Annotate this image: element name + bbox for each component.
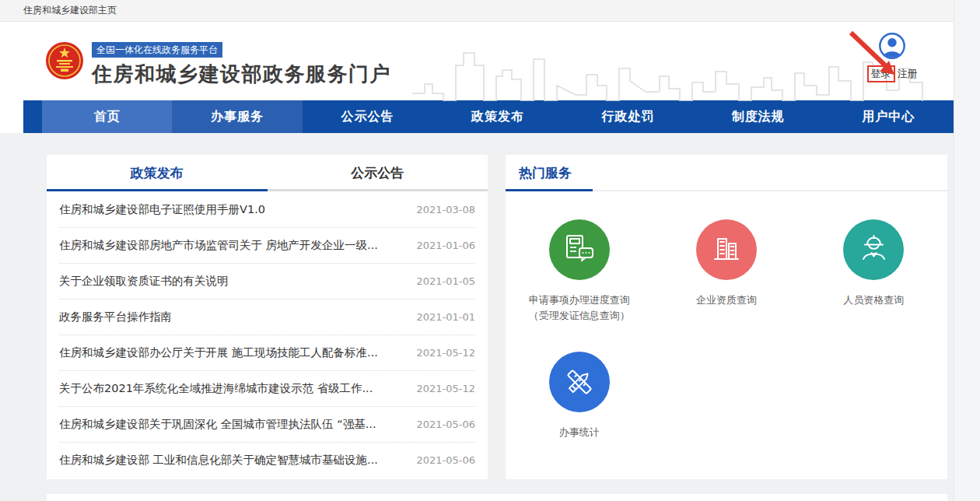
header: 全国一体化在线政务服务平台 住房和城乡建设部政务服务门户 登录注册 — [0, 22, 954, 100]
page: 住房和城乡建设部主页 全国一体化在线政务服务平台 住房和城乡建设部政务服务门户 — [0, 0, 954, 501]
news-item[interactable]: 政务服务平台操作指南 2021-01-01 — [59, 299, 475, 335]
tab-public-announcement[interactable]: 公示公告 — [268, 155, 488, 191]
nav-item-penalties[interactable]: 行政处罚 — [563, 100, 693, 133]
scrollbar-track[interactable] — [954, 0, 980, 501]
personnel-qualification-icon — [843, 219, 904, 280]
nav-item-user-center[interactable]: 用户中心 — [824, 100, 954, 133]
hot-services-panel: 热门服务 — [506, 155, 947, 479]
news-tabs: 政策发布 公示公告 — [47, 155, 488, 191]
main-nav: 首页 办事服务 公示公告 政策发布 行政处罚 制度法规 用户中心 — [23, 100, 954, 133]
news-title[interactable]: 住房和城乡建设部关于巩固深化 全国城市管理执法队伍 “强基... — [59, 417, 376, 432]
nav-item-announcements[interactable]: 公示公告 — [303, 100, 432, 133]
enterprise-qualification-icon — [696, 219, 757, 280]
service-label: 人员资格查询 — [843, 293, 904, 308]
nav-item-home[interactable]: 首页 — [42, 100, 172, 133]
news-date: 2021-01-05 — [416, 275, 475, 287]
news-list: 住房和城乡建设部电子证照使用手册V1.0 2021-03-08 住房和城乡建设部… — [47, 191, 488, 478]
hot-services-title: 热门服务 — [519, 165, 572, 180]
news-item[interactable]: 住房和城乡建设部电子证照使用手册V1.0 2021-03-08 — [59, 191, 475, 227]
news-item[interactable]: 关于企业领取资质证书的有关说明 2021-01-05 — [59, 263, 475, 299]
site-home-link[interactable]: 住房和城乡建设部主页 — [23, 5, 117, 16]
news-item[interactable]: 住房和城乡建设部办公厅关于开展 施工现场技能工人配备标准... 2021-05-… — [59, 335, 475, 370]
news-title[interactable]: 关于企业领取资质证书的有关说明 — [59, 274, 229, 289]
platform-badge: 全国一体化在线政务服务平台 — [92, 42, 222, 58]
tab-policy-release[interactable]: 政策发布 — [47, 155, 268, 191]
progress-query-icon — [549, 219, 610, 280]
services-grid: 申请事项办理进度查询 （受理发证信息查询） — [506, 191, 947, 440]
footer-panel — [47, 494, 947, 501]
news-date: 2021-01-01 — [416, 311, 475, 323]
news-date: 2021-05-06 — [416, 419, 475, 430]
top-bar: 住房和城乡建设部主页 — [0, 0, 954, 22]
news-title[interactable]: 住房和城乡建设部办公厅关于开展 施工现场技能工人配备标准... — [59, 345, 378, 360]
hot-services-header: 热门服务 — [506, 155, 947, 191]
service-label: 申请事项办理进度查询 — [529, 293, 630, 308]
service-statistics[interactable]: 办事统计 — [506, 352, 653, 440]
news-title[interactable]: 住房和城乡建设部 工业和信息化部关于确定智慧城市基础设施... — [59, 453, 378, 468]
news-date: 2021-05-06 — [416, 454, 475, 466]
news-item[interactable]: 住房和城乡建设部房地产市场监管司关于 房地产开发企业一级... 2021-01-… — [59, 227, 475, 263]
service-label: 企业资质查询 — [696, 293, 757, 308]
service-sublabel: （受理发证信息查询） — [529, 308, 630, 324]
nav-item-regulations[interactable]: 制度法规 — [693, 100, 823, 133]
news-date: 2021-05-12 — [416, 383, 475, 394]
news-title[interactable]: 政务服务平台操作指南 — [59, 310, 172, 324]
news-date: 2021-03-08 — [416, 204, 475, 215]
content-area: 政策发布 公示公告 住房和城乡建设部电子证照使用手册V1.0 2021-03-0… — [0, 133, 954, 501]
news-title[interactable]: 住房和城乡建设部房地产市场监管司关于 房地产开发企业一级... — [59, 238, 378, 253]
annotation-arrow — [846, 30, 905, 81]
news-panel: 政策发布 公示公告 住房和城乡建设部电子证照使用手册V1.0 2021-03-0… — [47, 155, 488, 479]
service-label: 办事统计 — [559, 425, 600, 440]
service-progress-query[interactable]: 申请事项办理进度查询 （受理发证信息查询） — [506, 219, 653, 324]
news-item[interactable]: 住房和城乡建设部 工业和信息化部关于确定智慧城市基础设施... 2021-05-… — [59, 442, 475, 478]
news-title[interactable]: 关于公布2021年系统化全域推进海绵城市建设示范 省级工作... — [59, 381, 373, 396]
nav-item-services[interactable]: 办事服务 — [172, 100, 302, 133]
national-emblem-logo — [45, 41, 84, 80]
news-date: 2021-01-06 — [416, 240, 475, 251]
nav-item-policy[interactable]: 政策发布 — [432, 100, 562, 133]
brand-block: 全国一体化在线政务服务平台 住房和城乡建设部政务服务门户 — [92, 41, 391, 88]
news-title[interactable]: 住房和城乡建设部电子证照使用手册V1.0 — [59, 202, 265, 217]
service-enterprise-qualification[interactable]: 企业资质查询 — [653, 219, 800, 324]
portal-title: 住房和城乡建设部政务服务门户 — [92, 61, 391, 88]
news-item[interactable]: 住房和城乡建设部关于巩固深化 全国城市管理执法队伍 “强基... 2021-05… — [59, 406, 475, 442]
header-underline — [506, 189, 593, 191]
service-personnel-qualification[interactable]: 人员资格查询 — [800, 219, 947, 324]
nav-row: 首页 办事服务 公示公告 政策发布 行政处罚 制度法规 用户中心 — [0, 100, 954, 133]
news-item[interactable]: 关于公布2021年系统化全域推进海绵城市建设示范 省级工作... 2021-05… — [59, 370, 475, 406]
statistics-icon — [549, 352, 610, 412]
news-date: 2021-05-12 — [416, 347, 475, 359]
